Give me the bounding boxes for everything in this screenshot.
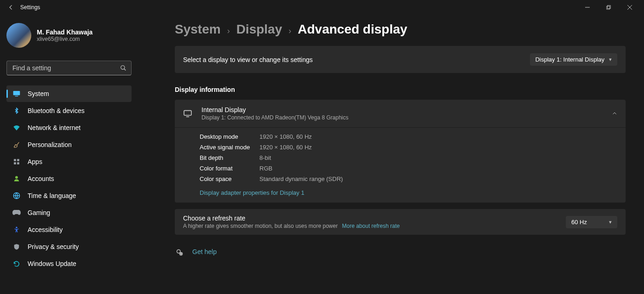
sidebar-item-time-language[interactable]: Time & language [6, 187, 132, 204]
help-icon: ? [175, 248, 183, 256]
more-about-refresh-link[interactable]: More about refresh rate [342, 223, 400, 229]
minimize-button[interactable] [577, 0, 598, 15]
svg-point-5 [121, 66, 125, 69]
sidebar-item-label: Personalization [28, 141, 72, 148]
svg-rect-9 [14, 159, 16, 161]
sidebar-item-accessibility[interactable]: Accessibility [6, 221, 132, 238]
breadcrumb-display[interactable]: Display [236, 22, 282, 37]
sidebar-item-label: Gaming [28, 209, 50, 216]
sidebar-item-label: Network & internet [28, 124, 80, 131]
breadcrumb: System › Display › Advanced display [175, 22, 626, 37]
prop-key: Color space [200, 175, 259, 182]
prop-key: Bit depth [200, 154, 259, 161]
apps-icon [11, 158, 22, 165]
prop-value: 1920 × 1080, 60 Hz [259, 144, 312, 151]
shield-icon [11, 243, 22, 250]
prop-value: RGB [259, 165, 272, 172]
sidebar-item-bluetooth[interactable]: Bluetooth & devices [6, 102, 132, 119]
svg-point-13 [15, 176, 18, 179]
window-controls [577, 0, 640, 15]
sidebar-item-label: Windows Update [28, 260, 76, 267]
prop-color-space: Color space Standard dynamic range (SDR) [175, 174, 626, 184]
svg-rect-10 [17, 159, 19, 161]
display-selector-value: Display 1: Internal Display [535, 56, 604, 63]
prop-key: Active signal mode [200, 144, 259, 151]
prop-color-format: Color format RGB [175, 163, 626, 174]
display-icon [183, 110, 192, 117]
svg-point-15 [16, 227, 17, 229]
sidebar-item-network[interactable]: Network & internet [6, 119, 132, 136]
brush-icon [11, 141, 22, 148]
chevron-up-icon [612, 111, 617, 116]
svg-line-6 [124, 69, 126, 71]
display-selector-label: Select a display to view or change its s… [183, 56, 530, 63]
update-icon [11, 260, 22, 267]
display-information-heading: Display information [175, 86, 626, 93]
sidebar-item-label: Bluetooth & devices [28, 107, 85, 114]
sidebar-item-label: System [28, 90, 49, 97]
svg-rect-12 [17, 162, 19, 164]
breadcrumb-system[interactable]: System [175, 22, 221, 37]
app-title: Settings [20, 4, 40, 11]
svg-rect-11 [14, 162, 16, 164]
chevron-down-icon: ▾ [609, 57, 612, 62]
sidebar-item-label: Accessibility [28, 226, 63, 233]
prop-key: Color format [200, 165, 259, 172]
back-icon[interactable] [4, 0, 18, 15]
monitor-icon [11, 90, 22, 97]
refresh-rate-dropdown[interactable]: 60 Hz ▾ [566, 216, 617, 228]
display-info-card: Internal Display Display 1: Connected to… [175, 100, 626, 203]
nav: System Bluetooth & devices Network & int… [6, 85, 132, 272]
sidebar-item-privacy[interactable]: Privacy & security [6, 238, 132, 255]
sidebar-item-gaming[interactable]: Gaming [6, 204, 132, 221]
sidebar-item-accounts[interactable]: Accounts [6, 170, 132, 187]
adapter-properties-link-row: Display adapter properties for Display 1 [175, 184, 626, 203]
chevron-down-icon: ▾ [609, 219, 612, 225]
prop-value: 1920 × 1080, 60 Hz [259, 133, 312, 140]
search-icon [120, 65, 126, 71]
sidebar-item-label: Apps [28, 158, 42, 165]
sidebar-item-personalization[interactable]: Personalization [6, 136, 132, 153]
get-help-link[interactable]: Get help [192, 248, 217, 255]
display-info-title: Internal Display [201, 106, 612, 113]
prop-key: Desktop mode [200, 133, 259, 140]
refresh-rate-title: Choose a refresh rate [183, 215, 566, 222]
profile[interactable]: M. Fahad Khawaja xlive65@live.com [6, 20, 132, 56]
sidebar-item-label: Time & language [28, 192, 76, 199]
maximize-button[interactable] [598, 0, 619, 15]
sidebar: M. Fahad Khawaja xlive65@live.com System [0, 15, 138, 294]
chevron-right-icon: › [288, 26, 291, 36]
refresh-rate-value: 60 Hz [571, 219, 587, 226]
search-input[interactable] [6, 61, 132, 75]
sidebar-item-windows-update[interactable]: Windows Update [6, 255, 132, 272]
sidebar-item-label: Accounts [28, 175, 54, 182]
prop-value: Standard dynamic range (SDR) [259, 175, 343, 182]
svg-rect-16 [184, 111, 191, 115]
prop-active-signal: Active signal mode 1920 × 1080, 60 Hz [175, 142, 626, 153]
search-input-field[interactable] [12, 64, 120, 72]
titlebar: Settings [0, 0, 644, 15]
svg-rect-2 [608, 6, 611, 9]
close-button[interactable] [619, 0, 640, 15]
gamepad-icon [11, 210, 22, 215]
bluetooth-icon [11, 107, 22, 114]
adapter-properties-link[interactable]: Display adapter properties for Display 1 [200, 189, 305, 196]
prop-desktop-mode: Desktop mode 1920 × 1080, 60 Hz [175, 128, 626, 142]
refresh-rate-card: Choose a refresh rate A higher rate give… [175, 209, 626, 235]
profile-name: M. Fahad Khawaja [37, 28, 92, 36]
display-selector-card: Select a display to view or change its s… [175, 46, 626, 73]
sidebar-item-label: Privacy & security [28, 243, 79, 250]
svg-rect-8 [15, 96, 18, 96]
display-selector-dropdown[interactable]: Display 1: Internal Display ▾ [530, 53, 617, 66]
page-title: Advanced display [298, 22, 407, 37]
prop-bit-depth: Bit depth 8-bit [175, 153, 626, 163]
accessibility-icon [11, 226, 22, 233]
content: System › Display › Advanced display Sele… [138, 15, 644, 294]
sidebar-item-apps[interactable]: Apps [6, 153, 132, 170]
globe-icon [11, 192, 22, 199]
refresh-rate-subtitle: A higher rate gives smoother motion, but… [183, 223, 566, 229]
sidebar-item-system[interactable]: System [6, 85, 132, 102]
profile-email: xlive65@live.com [37, 36, 92, 42]
display-info-header[interactable]: Internal Display Display 1: Connected to… [175, 100, 626, 128]
avatar [6, 23, 31, 48]
